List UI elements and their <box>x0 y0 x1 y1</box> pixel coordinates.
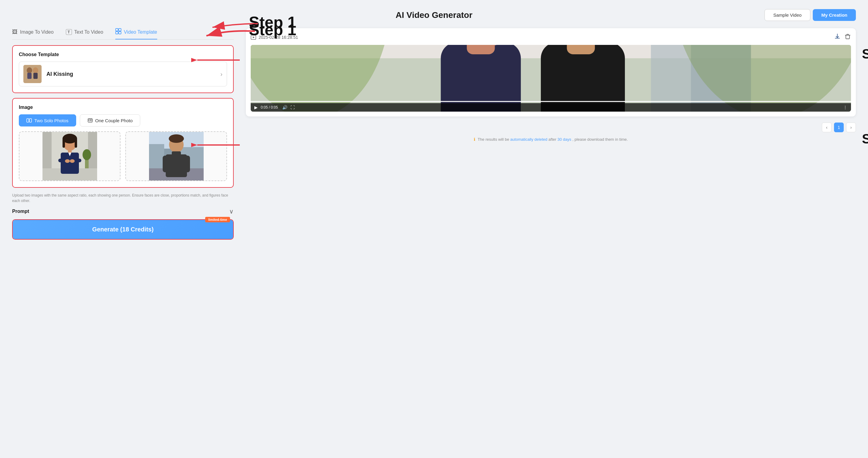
more-options-button[interactable]: ⋮ <box>843 105 847 110</box>
prompt-chevron-icon: ∨ <box>229 208 234 215</box>
svg-point-21 <box>83 149 91 160</box>
svg-rect-10 <box>23 65 41 83</box>
video-card: 2025-02-28 16:28:51 <box>246 28 856 117</box>
notice-middle: after <box>549 137 558 142</box>
one-couple-label: One Couple Photo <box>95 118 133 123</box>
tab-image-to-video[interactable]: 🖼 Image To Video <box>12 28 54 39</box>
svg-point-41 <box>169 134 184 143</box>
step23-label: Step 2, 3 <box>862 46 868 62</box>
svg-rect-60 <box>467 45 495 54</box>
my-creation-button[interactable]: My Creation <box>813 9 856 21</box>
video-date: 2025-02-28 16:28:51 <box>251 35 298 40</box>
fullscreen-button[interactable]: ⛶ <box>290 105 295 110</box>
delete-button[interactable] <box>844 33 851 41</box>
one-couple-icon <box>87 118 93 123</box>
template-item-aikissing[interactable]: AI Kissing › <box>19 62 227 87</box>
two-solo-icon <box>26 118 32 123</box>
time-display: 0:05 / 0:05 <box>261 105 278 109</box>
svg-rect-4 <box>119 32 121 34</box>
svg-rect-19 <box>88 132 97 168</box>
svg-rect-43 <box>166 154 187 177</box>
prompt-section[interactable]: Prompt ∨ <box>12 203 234 219</box>
tab-image-to-video-label: Image To Video <box>20 29 54 35</box>
svg-point-31 <box>65 159 70 163</box>
svg-rect-12 <box>29 119 32 122</box>
tab-text-to-video-label: Text To Video <box>74 29 103 35</box>
page-1-button[interactable]: 1 <box>834 123 844 132</box>
video-player[interactable]: ▶ 0:05 / 0:05 🔊 ⛶ ⋮ <box>251 45 851 111</box>
video-thumb-icon <box>251 35 256 40</box>
page-title: AI Video Generator <box>293 10 575 20</box>
next-icon: › <box>850 125 852 130</box>
download-button[interactable] <box>834 33 841 41</box>
prompt-label: Prompt <box>12 209 29 214</box>
svg-rect-24 <box>63 139 65 148</box>
photo-slot-1[interactable] <box>19 131 121 181</box>
person1-illustration <box>42 132 97 181</box>
notice-after: , please download them in time. <box>572 137 628 142</box>
choose-template-label: Choose Template <box>19 52 227 57</box>
trash-icon <box>844 33 851 40</box>
template-thumb-svg <box>23 65 41 83</box>
limited-time-badge: limited-time <box>205 217 230 222</box>
prev-page-button[interactable]: ‹ <box>822 123 832 132</box>
tab-text-to-video[interactable]: T Text To Video <box>66 28 103 39</box>
notice-icon: ℹ <box>474 137 475 142</box>
svg-rect-45 <box>163 156 169 172</box>
text-icon: T <box>66 29 72 35</box>
generate-button[interactable]: Generate (18 Credits) <box>13 220 233 239</box>
prev-icon: ‹ <box>826 125 828 130</box>
template-chevron-icon: › <box>220 71 222 78</box>
svg-marker-48 <box>253 36 255 38</box>
image-type-buttons: Two Solo Photos One Couple Photo <box>19 115 227 127</box>
person2-illustration <box>149 132 204 181</box>
svg-rect-64 <box>567 45 595 54</box>
svg-rect-1 <box>116 29 118 31</box>
video-actions <box>834 33 851 41</box>
volume-button[interactable]: 🔊 <box>282 105 287 110</box>
notice-text: ℹ The results will be automatically dele… <box>246 137 856 142</box>
svg-rect-44 <box>172 151 181 156</box>
page-1-label: 1 <box>838 125 840 130</box>
video-timestamp: 2025-02-28 16:28:51 <box>258 35 298 40</box>
svg-rect-2 <box>119 29 121 31</box>
download-icon <box>834 33 841 40</box>
tabs-container: 🖼 Image To Video T Text To Video Video T… <box>12 28 234 40</box>
svg-rect-25 <box>75 139 77 148</box>
notice-link-auto-deleted[interactable]: automatically deleted <box>510 137 547 142</box>
video-progress-bar[interactable] <box>251 101 851 102</box>
template-name: AI Kissing <box>46 71 220 77</box>
notice-before: The results will be <box>478 137 510 142</box>
tab-video-template-label: Video Template <box>124 29 157 35</box>
tab-video-template[interactable]: Video Template <box>115 28 157 39</box>
sample-video-button[interactable]: Sample Video <box>765 9 810 21</box>
pagination: ‹ 1 › <box>246 123 856 132</box>
photo-upload-row <box>19 131 227 181</box>
upload-hint-text: Upload two images with the same aspect r… <box>12 193 234 203</box>
notice-link-30days[interactable]: 30 days <box>558 137 571 142</box>
two-solo-photos-button[interactable]: Two Solo Photos <box>19 115 76 127</box>
video-progress-fill <box>251 101 851 102</box>
two-solo-label: Two Solo Photos <box>34 118 69 123</box>
image-section: Image Two Solo Photos One Couple Phot <box>12 98 234 188</box>
svg-point-32 <box>70 159 75 163</box>
image-section-label: Image <box>19 105 227 110</box>
template-thumbnail <box>23 65 41 83</box>
video-controls: ▶ 0:05 / 0:05 🔊 ⛶ ⋮ <box>251 103 851 111</box>
svg-rect-35 <box>149 144 164 168</box>
one-couple-photo-button[interactable]: One Couple Photo <box>80 115 140 127</box>
template-icon <box>115 28 121 36</box>
svg-rect-49 <box>846 35 849 39</box>
next-page-button[interactable]: › <box>846 123 856 132</box>
choose-template-section: Choose Template A <box>12 45 234 93</box>
video-card-header: 2025-02-28 16:28:51 <box>251 33 851 41</box>
svg-rect-18 <box>42 132 52 168</box>
svg-rect-36 <box>188 147 204 168</box>
svg-rect-46 <box>184 156 190 172</box>
play-button[interactable]: ▶ <box>254 105 258 110</box>
image-icon: 🖼 <box>12 29 18 35</box>
photo-slot-2[interactable] <box>125 131 227 181</box>
svg-rect-3 <box>116 32 118 34</box>
step4-label: Step 4 <box>862 131 868 146</box>
svg-rect-11 <box>27 119 29 122</box>
